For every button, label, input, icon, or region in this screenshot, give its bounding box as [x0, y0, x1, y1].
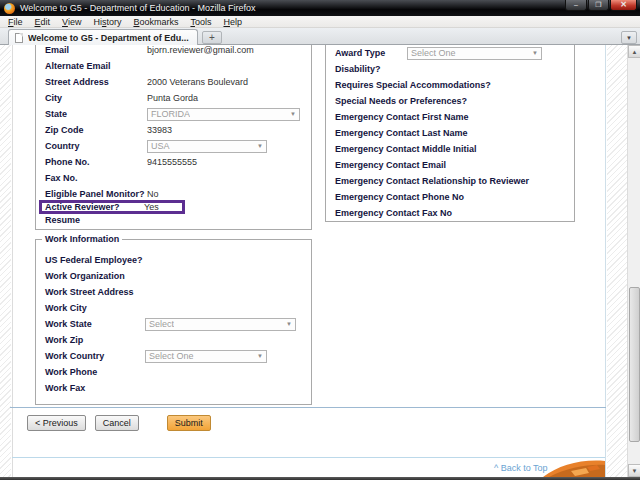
field-label: Emergency Contact Phone No: [335, 189, 464, 205]
page-bg-stripes-right: [607, 45, 627, 477]
form-row: Special Needs or Preferences? ▼: [335, 93, 574, 109]
form-row: City Punta Gorda Punta Gorda ▼: [45, 90, 311, 106]
form-row: Country USA USA ▼: [45, 138, 311, 154]
form-row: Emergency Contact First Name ▼: [335, 109, 574, 125]
cancel-button[interactable]: Cancel: [95, 415, 139, 431]
form-row: Phone No. 9415555555 9415555555 ▼: [45, 154, 311, 170]
field-label: Disability?: [335, 61, 407, 77]
list-tabs-button[interactable]: ▼: [621, 31, 637, 44]
form-row: Email bjorn.reviewer@gmail.com bjorn.rev…: [45, 45, 311, 58]
close-button[interactable]: ✕: [610, 0, 637, 11]
menu-bar: File Edit View History Bookmarks Tools H…: [0, 16, 640, 28]
page-icon: [15, 33, 23, 43]
field-label: US Federal Employee?: [45, 252, 145, 268]
field-label: Work Organization: [45, 268, 145, 284]
select-dropdown[interactable]: Select One ▼: [407, 47, 542, 60]
content-edge-right: [605, 45, 606, 477]
field-label: Requires Special Accommodations?: [335, 77, 491, 93]
chevron-down-icon: ▼: [257, 348, 263, 364]
form-row: Work City ▼: [45, 300, 311, 316]
form-row: Emergency Contact Last Name ▼: [335, 125, 574, 141]
form-row: Emergency Contact Phone No ▼: [335, 189, 574, 205]
browser-tab[interactable]: Welcome to G5 - Department of Edu...: [8, 29, 198, 45]
submit-button[interactable]: Submit: [167, 415, 211, 431]
menu-item[interactable]: Help: [217, 16, 248, 28]
form-row: Zip Code 33983 33983 ▼: [45, 122, 311, 138]
field-label: Award Type: [335, 45, 407, 61]
form-row: Emergency Contact Middle Initial ▼: [335, 141, 574, 157]
page-bg-stripes-left: [0, 45, 11, 477]
menu-item[interactable]: Edit: [29, 16, 57, 28]
menu-item[interactable]: View: [56, 16, 87, 28]
field-label: Work Street Address: [45, 284, 145, 300]
window-titlebar: Welcome to G5 - Department of Education …: [0, 0, 640, 16]
select-dropdown[interactable]: FLORIDA ▼: [147, 108, 300, 121]
chevron-down-icon: ▼: [286, 316, 292, 332]
page-viewport: Email bjorn.reviewer@gmail.com bjorn.rev…: [0, 45, 640, 477]
chevron-down-icon: ▼: [290, 106, 296, 122]
field-label: Work Zip: [45, 332, 145, 348]
form-row: State FLORIDA FLORIDA ▼: [45, 106, 311, 122]
menu-item[interactable]: History: [87, 16, 127, 28]
chevron-down-icon: ▼: [257, 138, 263, 154]
form-row: Resume ▼: [45, 212, 311, 228]
footer-graphic: [543, 456, 605, 477]
field-label: Emergency Contact Middle Initial: [335, 141, 477, 157]
back-to-top-link[interactable]: ^ Back to Top: [494, 463, 548, 473]
field-label: City: [45, 90, 147, 106]
field-label: Work Phone: [45, 364, 145, 380]
form-row: Work Street Address ▼: [45, 284, 311, 300]
previous-button[interactable]: < Previous: [27, 415, 86, 431]
form-row: Requires Special Accommodations? ▼: [335, 77, 574, 93]
minimize-button[interactable]: –: [565, 0, 587, 11]
field-label: Work State: [45, 316, 145, 332]
field-label: State: [45, 106, 147, 122]
field-label: Fax No.: [45, 170, 147, 186]
form-row: Work Zip ▼: [45, 332, 311, 348]
field-label: Emergency Contact Email: [335, 157, 446, 173]
form-row: Work Country Select One Select One ▼: [45, 348, 311, 364]
form-row: Fax No. ▼: [45, 170, 311, 186]
select-dropdown[interactable]: USA ▼: [147, 140, 267, 153]
field-label: Work Fax: [45, 380, 145, 396]
form-row: Work Phone ▼: [45, 364, 311, 380]
form-row: Award Type Select One Select One ▼: [335, 45, 574, 61]
field-label: Special Needs or Preferences?: [335, 93, 467, 109]
select-dropdown[interactable]: Select One ▼: [145, 350, 267, 363]
field-value: bjorn.reviewer@gmail.com: [147, 45, 254, 58]
form-row: Work State Select Select ▼: [45, 316, 311, 332]
field-label: Alternate Email: [45, 58, 147, 74]
menu-item[interactable]: Bookmarks: [127, 16, 184, 28]
tab-title: Welcome to G5 - Department of Edu...: [28, 33, 189, 43]
form-row: Emergency Contact Email ▼: [335, 157, 574, 173]
form-row: Work Fax ▼: [45, 380, 311, 396]
field-value: 2000 Veterans Boulevard: [147, 74, 248, 90]
field-label: Emergency Contact Relationship to Review…: [335, 173, 529, 189]
select-dropdown[interactable]: Select ▼: [145, 318, 296, 331]
field-label: Emergency Contact First Name: [335, 109, 469, 125]
field-value: 9415555555: [147, 154, 197, 170]
field-value: Punta Gorda: [147, 90, 198, 106]
firefox-icon: [4, 3, 15, 14]
field-label: Work Country: [45, 348, 145, 364]
maximize-button[interactable]: ❐: [588, 0, 609, 11]
scroll-down-arrow[interactable]: ▼: [628, 464, 640, 477]
menu-item[interactable]: File: [2, 16, 29, 28]
field-label: Work City: [45, 300, 145, 316]
chevron-down-icon: ▼: [532, 45, 538, 61]
form-buttons: < Previous Cancel Submit: [27, 415, 211, 431]
work-information-fieldset: Work Information US Federal Employee? ▼ …: [35, 239, 312, 405]
field-label: Emergency Contact Last Name: [335, 125, 468, 141]
vertical-scrollbar[interactable]: ▲ ▼: [627, 45, 640, 477]
menu-item[interactable]: Tools: [184, 16, 217, 28]
scrollbar-thumb[interactable]: [629, 287, 640, 443]
new-tab-button[interactable]: +: [202, 31, 222, 44]
form-row: US Federal Employee? ▼: [45, 252, 311, 268]
field-label: Zip Code: [45, 122, 147, 138]
field-label: Street Address: [45, 74, 147, 90]
divider-line: [10, 407, 606, 408]
field-label: Resume: [45, 212, 147, 228]
form-row: Emergency Contact Fax No ▼: [335, 205, 574, 221]
scroll-up-arrow[interactable]: ▲: [628, 45, 640, 58]
form-row: Work Organization ▼: [45, 268, 311, 284]
